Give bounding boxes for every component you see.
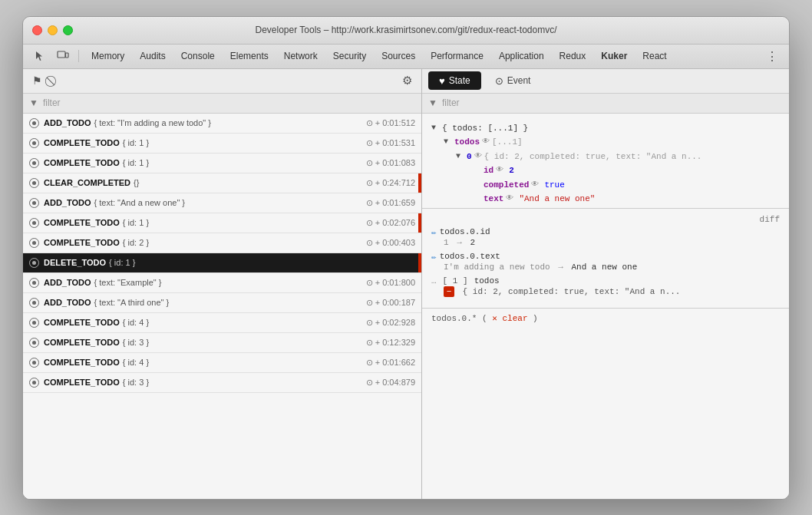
action-row[interactable]: ADD_TODO { text: "Example" } ⊙ + 0:01:80… [23, 273, 421, 293]
minimize-button[interactable] [48, 25, 58, 35]
diff-path-id-text: todos.0.id [440, 227, 490, 236]
tree-completed-row: completed 👁 true [431, 178, 780, 193]
right-panel: ♥ State ⊙ Event ▼ filter ▼ [422, 69, 789, 499]
tree-todos-row: ▼ todos 👁 [...1] [431, 135, 780, 150]
bookmark-icon[interactable]: ⚑ [29, 73, 45, 88]
main-content: ⚑ ⃠ ⚙ ▼ filter ADD_TODO { text: "I'm add… [23, 69, 789, 499]
tab-audits[interactable]: Audits [132, 48, 173, 64]
left-panel: ⚑ ⃠ ⚙ ▼ filter ADD_TODO { text: "I'm add… [23, 69, 422, 499]
tab-console[interactable]: Console [173, 48, 223, 64]
text-key: text [484, 193, 503, 206]
state-tree: ▼ { todos: [...1] } ▼ todos 👁 [...1] ▼ 0 [422, 114, 789, 499]
more-options-icon[interactable]: ⋮ [761, 48, 783, 65]
minus-icon: − [444, 286, 454, 297]
action-circle-icon [29, 298, 39, 308]
window-title: Developer Tools – http://work.krasimirts… [255, 25, 556, 35]
action-row[interactable]: COMPLETE_TODO { id: 4 } ⊙ + 0:01:662 [23, 353, 421, 373]
diff-item-array: … [ 1 ] todos − { id: 2, completed: true… [431, 276, 780, 297]
eye-icon-todos[interactable]: 👁 [482, 136, 490, 147]
todos-key: todos [454, 136, 480, 149]
tab-security[interactable]: Security [325, 48, 374, 64]
tab-memory[interactable]: Memory [84, 48, 132, 64]
tree-text-row: text 👁 "And a new one" [431, 192, 780, 206]
tab-sources[interactable]: Sources [374, 48, 423, 64]
tab-application[interactable]: Application [491, 48, 552, 64]
diff-path-id: ✏ todos.0.id [431, 227, 780, 237]
action-circle-icon [29, 278, 39, 288]
tree-toggle-todos[interactable]: ▼ [444, 136, 453, 147]
traffic-lights [32, 25, 73, 35]
id-value: 2 [509, 164, 514, 177]
action-row[interactable]: COMPLETE_TODO { id: 3 } ⊙ + 0:12:329 [23, 333, 421, 353]
action-circle-icon [29, 238, 39, 248]
devtools-window: Developer Tools – http://work.krasimirts… [22, 16, 790, 500]
tab-event[interactable]: ⊙ Event [484, 71, 542, 90]
settings-icon[interactable]: ⚙ [399, 72, 415, 89]
action-list[interactable]: ADD_TODO { text: "I'm adding a new todo"… [23, 114, 421, 499]
tree-toggle-item0[interactable]: ▼ [456, 150, 465, 162]
array-bracket: [ 1 ] [443, 276, 468, 286]
action-row[interactable]: ADD_TODO { text: "A third one" } ⊙ + 0:0… [23, 293, 421, 313]
svg-rect-0 [58, 51, 65, 58]
filter-bar: ▼ filter [23, 94, 421, 114]
tab-state[interactable]: ♥ State [428, 71, 481, 90]
nav-toolbar: Memory Audits Console Elements Network S… [23, 45, 789, 69]
tab-redux[interactable]: Redux [552, 48, 594, 64]
tab-performance[interactable]: Performance [423, 48, 491, 64]
item0-preview: { id: 2, completed: true, text: "And a n… [484, 150, 702, 163]
diff-header: diff [431, 215, 780, 224]
action-row[interactable]: COMPLETE_TODO { id: 4 } ⊙ + 0:02:928 [23, 313, 421, 333]
completed-value: true [544, 179, 564, 192]
action-circle-icon [29, 218, 39, 228]
tab-network[interactable]: Network [276, 48, 325, 64]
eye-icon-item0[interactable]: 👁 [474, 150, 482, 162]
array-label: todos [474, 276, 500, 286]
action-row-selected[interactable]: DELETE_TODO { id: 1 } [23, 253, 421, 273]
todos-preview: [...1] [492, 136, 523, 149]
diff-item-text: ✏ todos.0.text I'm adding a new todo → A… [431, 252, 780, 272]
action-circle-icon [29, 378, 39, 388]
eye-icon-completed[interactable]: 👁 [531, 179, 539, 190]
event-icon: ⊙ [495, 75, 503, 87]
pointer-tool-icon[interactable] [29, 47, 51, 65]
heart-icon: ♥ [439, 75, 445, 87]
action-row[interactable]: COMPLETE_TODO { id: 1 } ⊙ + 0:02:076 [23, 213, 421, 233]
eye-icon-text[interactable]: 👁 [506, 193, 513, 204]
right-tab-bar: ♥ State ⊙ Event [422, 69, 789, 94]
action-circle-icon [29, 198, 39, 208]
tab-react[interactable]: React [635, 48, 674, 64]
action-row[interactable]: ADD_TODO { text: "And a new one" } ⊙ + 0… [23, 193, 421, 213]
action-circle-icon [29, 178, 39, 188]
pin-label: todos.0.* [431, 314, 477, 323]
right-filter-placeholder: filter [442, 97, 460, 108]
action-row[interactable]: CLEAR_COMPLETED {} ⊙ + 0:24:712 [23, 173, 421, 193]
maximize-button[interactable] [63, 25, 73, 35]
device-mode-icon[interactable] [52, 47, 74, 65]
diff-array-content: − { id: 2, completed: true, text: "And a… [431, 286, 780, 297]
tab-kuker[interactable]: Kuker [593, 48, 635, 64]
eye-icon-id[interactable]: 👁 [496, 164, 503, 176]
action-row[interactable]: ADD_TODO { text: "I'm adding a new todo"… [23, 114, 421, 134]
tree-root-row: ▼ { todos: [...1] } [431, 121, 780, 136]
minus-item-text: { id: 2, completed: true, text: "And a n… [463, 287, 681, 296]
action-circle-icon [29, 158, 39, 168]
action-row[interactable]: COMPLETE_TODO { id: 3 } ⊙ + 0:04:879 [23, 373, 421, 393]
diff-arrow-text: → [558, 262, 563, 272]
action-row[interactable]: COMPLETE_TODO { id: 1 } ⊙ + 0:01:531 [23, 134, 421, 154]
action-row[interactable]: COMPLETE_TODO { id: 1 } ⊙ + 0:01:083 [23, 154, 421, 173]
completed-key: completed [484, 179, 529, 192]
diff-new-id: 2 [470, 238, 475, 247]
text-value: "And a new one" [519, 193, 595, 206]
diff-arrow-id: → [457, 238, 462, 247]
diff-value-text: I'm adding a new todo → And a new one [431, 262, 780, 272]
diff-section: diff ✏ todos.0.id 1 → 2 [422, 208, 789, 308]
tab-elements[interactable]: Elements [223, 48, 276, 64]
pin-clear-button[interactable]: ✕ clear [492, 314, 527, 323]
tab-state-label: State [449, 75, 470, 86]
filter-placeholder: filter [43, 97, 61, 108]
diff-path-text: ✏ todos.0.text [431, 252, 780, 262]
ban-icon[interactable]: ⃠ [50, 73, 56, 89]
tree-toggle-root[interactable]: ▼ [431, 122, 441, 134]
close-button[interactable] [32, 25, 42, 35]
action-row[interactable]: COMPLETE_TODO { id: 2 } ⊙ + 0:00:403 [23, 233, 421, 253]
